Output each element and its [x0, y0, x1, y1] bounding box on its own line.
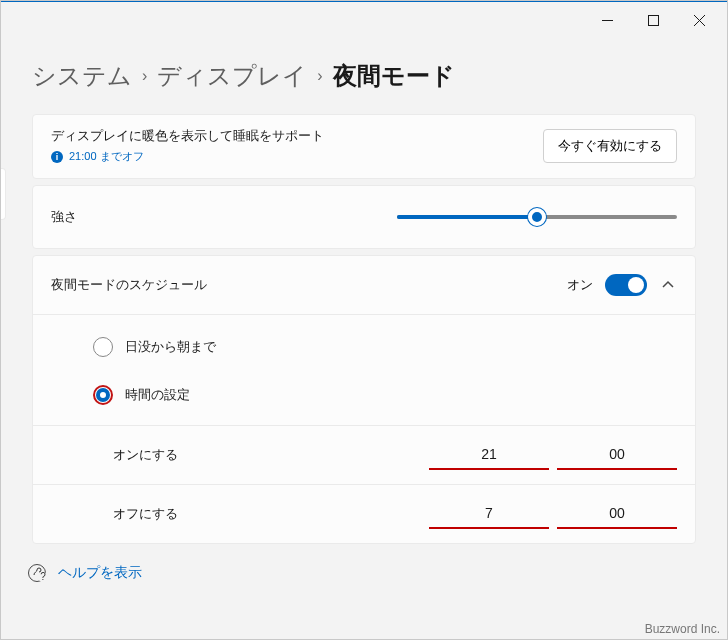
svg-rect-0	[648, 15, 658, 25]
turn-on-now-button[interactable]: 今すぐ有効にする	[543, 129, 677, 163]
chevron-up-icon	[661, 278, 675, 292]
turn-off-at-label: オフにする	[113, 505, 178, 523]
window-titlebar	[0, 2, 728, 38]
night-light-status: i 21:00 までオフ	[51, 149, 324, 164]
expand-collapse-button[interactable]	[659, 278, 677, 292]
watermark: Buzzword Inc.	[645, 622, 720, 636]
maximize-button[interactable]	[630, 5, 676, 35]
radio-set-hours[interactable]: 時間の設定	[93, 385, 677, 405]
off-hour-input[interactable]: 7	[429, 499, 549, 529]
on-minute-input[interactable]: 00	[557, 440, 677, 470]
on-hour-input[interactable]: 21	[429, 440, 549, 470]
info-icon: i	[51, 151, 63, 163]
breadcrumb: システム › ディスプレイ › 夜間モード	[32, 60, 696, 92]
breadcrumb-display[interactable]: ディスプレイ	[157, 60, 307, 92]
slider-thumb[interactable]	[528, 208, 546, 226]
left-edge-hint	[0, 168, 6, 220]
turn-on-at-label: オンにする	[113, 446, 178, 464]
radio-sunset-to-sunrise[interactable]: 日没から朝まで	[93, 337, 677, 357]
radio-label: 時間の設定	[125, 386, 190, 404]
minimize-button[interactable]	[584, 5, 630, 35]
get-help-link[interactable]: ヘルプを表示	[58, 564, 142, 582]
radio-selected-icon	[93, 385, 113, 405]
night-light-description: ディスプレイに暖色を表示して睡眠をサポート	[51, 127, 324, 145]
schedule-state-text: オン	[567, 276, 593, 294]
breadcrumb-system[interactable]: システム	[32, 60, 132, 92]
strength-label: 強さ	[51, 208, 77, 226]
help-icon	[28, 564, 46, 582]
radio-icon	[93, 337, 113, 357]
chevron-right-icon: ›	[317, 67, 322, 85]
strength-slider[interactable]	[397, 215, 677, 219]
off-minute-input[interactable]: 00	[557, 499, 677, 529]
chevron-right-icon: ›	[142, 67, 147, 85]
close-button[interactable]	[676, 5, 722, 35]
page-title: 夜間モード	[333, 60, 455, 92]
radio-label: 日没から朝まで	[125, 338, 216, 356]
status-text: 21:00 までオフ	[69, 149, 144, 164]
schedule-toggle[interactable]	[605, 274, 647, 296]
schedule-label: 夜間モードのスケジュール	[51, 276, 207, 294]
